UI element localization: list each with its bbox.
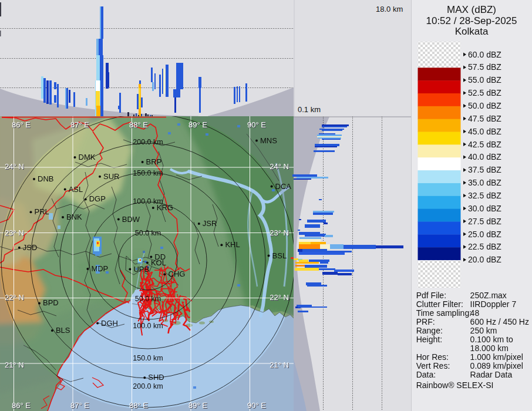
svg-text:Pdf File:: Pdf File: [416,291,446,300]
svg-text:57.5 dBZ: 57.5 dBZ [468,62,501,72]
svg-text:21° N: 21° N [5,361,24,369]
svg-text:Height:: Height: [416,335,442,344]
svg-text:JSD: JSD [23,243,38,252]
svg-text:Time sampling:: Time sampling: [416,308,472,318]
svg-text:40.0 dBZ: 40.0 dBZ [468,152,501,161]
svg-text:27.5 dBZ: 27.5 dBZ [468,217,501,226]
svg-text:88° E: 88° E [129,120,148,129]
svg-text:90° E: 90° E [247,401,266,410]
svg-text:18.0 km: 18.0 km [376,5,403,14]
svg-text:DGH: DGH [101,319,118,328]
svg-text:JSR: JSR [203,219,217,228]
svg-text:20.0 dBZ: 20.0 dBZ [468,255,501,264]
svg-text:25.0 dBZ: 25.0 dBZ [468,230,501,239]
svg-text:0.100 km to: 0.100 km to [470,335,513,344]
svg-text:CHG: CHG [169,269,186,278]
svg-text:32.5 dBZ: 32.5 dBZ [468,191,501,200]
svg-text:200.0 km: 200.0 km [133,382,163,390]
svg-text:KOL: KOL [151,258,166,267]
svg-text:24° N: 24° N [5,162,24,171]
svg-text:DGP: DGP [89,194,106,203]
svg-text:250Z.max: 250Z.max [470,291,507,300]
svg-text:22.5 dBZ: 22.5 dBZ [468,242,501,251]
svg-text:BLS: BLS [56,326,70,335]
svg-text:30.0 dBZ: 30.0 dBZ [468,204,501,213]
svg-text:BDW: BDW [122,215,140,224]
svg-text:150.0 km: 150.0 km [133,354,163,362]
svg-text:200.0 km: 200.0 km [133,138,163,146]
svg-text:0.1 km: 0.1 km [298,105,321,114]
svg-text:60.0 dBZ: 60.0 dBZ [468,50,501,59]
svg-text:Range:: Range: [416,326,443,335]
svg-text:50.0 dBZ: 50.0 dBZ [468,101,501,110]
svg-text:ASL: ASL [69,185,83,194]
svg-text:100.0 km: 100.0 km [133,322,163,330]
svg-text:Vert Res:: Vert Res: [416,361,450,370]
svg-text:Hor Res:: Hor Res: [416,352,449,362]
svg-text:87° E: 87° E [70,401,89,410]
svg-text:Radar Data: Radar Data [470,370,513,379]
svg-text:23° N: 23° N [270,228,289,237]
svg-text:88° E: 88° E [129,401,148,410]
svg-text:KRG: KRG [157,203,173,212]
svg-text:BSL: BSL [272,251,287,260]
svg-text:Data:: Data: [416,370,436,379]
svg-text:BNK: BNK [66,213,82,221]
svg-text:86° E: 86° E [12,401,31,410]
svg-text:PRF:: PRF: [416,317,435,326]
svg-text:Clutter Filter:: Clutter Filter: [416,299,463,309]
svg-text:MNS: MNS [260,136,277,145]
svg-text:600 Hz / 450 Hz: 600 Hz / 450 Hz [470,317,529,326]
svg-text:1.000 km/pixel: 1.000 km/pixel [470,352,523,362]
svg-text:DMK: DMK [79,153,96,161]
svg-text:42.5 dBZ: 42.5 dBZ [468,140,501,149]
svg-text:55.0 dBZ: 55.0 dBZ [468,75,501,85]
svg-text:35.0 dBZ: 35.0 dBZ [468,178,501,187]
svg-text:DNB: DNB [38,174,53,183]
svg-text:Kolkata: Kolkata [455,26,489,37]
svg-text:50.0 km: 50.0 km [135,229,161,237]
svg-text:52.5 dBZ: 52.5 dBZ [468,88,501,97]
svg-text:89° E: 89° E [188,401,207,410]
svg-text:250 km: 250 km [470,326,497,335]
svg-text:45.0 dBZ: 45.0 dBZ [468,127,501,136]
svg-text:21° N: 21° N [270,361,289,369]
svg-text:MAX (dBZ): MAX (dBZ) [447,4,496,15]
svg-text:18.000 km: 18.000 km [470,343,509,353]
svg-text:150.0 km: 150.0 km [133,169,163,177]
svg-text:IIRDoppler 7: IIRDoppler 7 [470,299,517,309]
svg-text:DCA: DCA [275,182,292,191]
svg-text:Rainbow® SELEX-SI: Rainbow® SELEX-SI [416,380,494,390]
svg-text:89° E: 89° E [188,120,207,129]
svg-text:50.0 km: 50.0 km [135,295,161,303]
svg-text:22° N: 22° N [270,293,289,302]
svg-text:BPD: BPD [43,298,59,307]
svg-text:24° N: 24° N [270,162,289,171]
svg-text:47.5 dBZ: 47.5 dBZ [468,114,501,123]
svg-text:22° N: 22° N [5,293,24,302]
svg-text:SHD: SHD [148,373,164,382]
svg-text:UPB: UPB [133,265,149,274]
svg-text:48: 48 [470,308,480,318]
svg-text:PRL: PRL [35,207,49,216]
svg-text:86° E: 86° E [12,120,31,129]
svg-text:37.5 dBZ: 37.5 dBZ [468,165,501,174]
svg-text:87° E: 87° E [70,120,89,129]
svg-text:90° E: 90° E [247,120,266,129]
svg-text:MDP: MDP [91,264,108,273]
svg-text:23° N: 23° N [5,228,24,237]
svg-text:KHL: KHL [225,240,240,249]
svg-text:BRP: BRP [146,157,162,166]
svg-text:10:52 / 28-Sep-2025: 10:52 / 28-Sep-2025 [426,15,517,26]
svg-text:0.089 km/pixel: 0.089 km/pixel [470,361,523,370]
svg-text:SUR: SUR [103,172,119,181]
